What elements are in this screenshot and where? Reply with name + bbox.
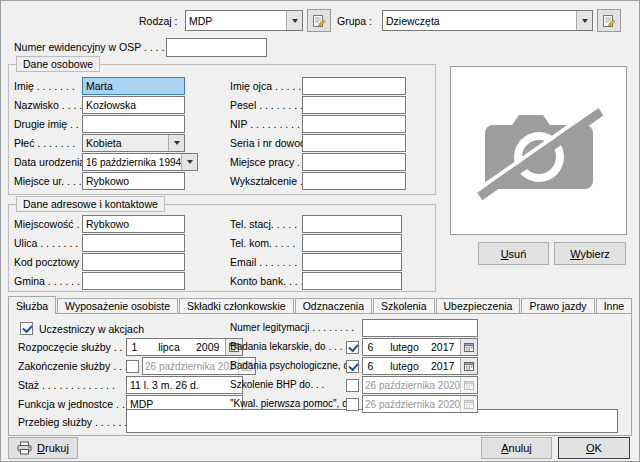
zakonczenie-label: Zakończenie służby . . . . . xyxy=(18,360,139,372)
date-day: 6 xyxy=(363,341,378,353)
zakonczenie-checkbox[interactable] xyxy=(126,360,139,373)
email-label: Email . . . . . . . xyxy=(230,256,297,268)
anuluj-button[interactable]: Anuluj xyxy=(481,437,552,459)
tel-stacj-label: Tel. stacj. . . . . xyxy=(230,218,297,230)
numer-ewidencyjny-input[interactable] xyxy=(166,38,267,57)
tab-skladki-czlonkowskie[interactable]: Składki członkowskie xyxy=(179,298,294,313)
gmina-input[interactable] xyxy=(82,272,185,290)
konto-bank-input[interactable] xyxy=(302,272,402,290)
drukuj-button[interactable]: Drukuj xyxy=(8,437,78,459)
photo-placeholder xyxy=(450,66,627,235)
tel-stacj-input[interactable] xyxy=(302,215,402,233)
tab-odznaczenia[interactable]: Odznaczenia xyxy=(295,298,372,313)
ok-button[interactable]: OK xyxy=(558,437,630,459)
nazwisko-input[interactable]: Kozłowska xyxy=(82,96,185,114)
rodzaj-label: Rodzaj : xyxy=(139,15,178,27)
wyksztalcenie-label: Wykształcenie . . xyxy=(230,175,309,187)
szkolenie-bhp-label: Szkolenie BHP do. . . xyxy=(230,379,324,391)
data-urodzenia-value: 16 października 1994 xyxy=(83,157,181,168)
kwal-pierwsza-pomoc-date-picker[interactable]: 26 października 2020 xyxy=(362,395,478,413)
szkolenie-bhp-date-picker[interactable]: 26 października 2020 xyxy=(362,376,478,394)
nip-input[interactable] xyxy=(302,115,406,133)
grupa-combobox[interactable]: Dziewczęta xyxy=(382,10,593,31)
calendar-button[interactable] xyxy=(460,396,477,412)
pesel-label: Pesel . . . . . . . . . xyxy=(230,99,309,111)
plec-label: Płeć . . . . . . . xyxy=(14,137,75,149)
przebieg-label: Przebieg służby . . . . . . xyxy=(18,416,127,428)
seria-dowodu-input[interactable] xyxy=(302,134,406,152)
rodzaj-edit-button[interactable] xyxy=(307,9,331,32)
date-day: 6 xyxy=(363,360,378,372)
imie-ojca-input[interactable] xyxy=(302,77,406,95)
badania-psychologiczne-date-picker[interactable]: 6 lutego 2017 xyxy=(362,357,478,375)
printer-icon xyxy=(17,441,32,455)
badania-lekarskie-label: Badania lekarskie, do . . . . xyxy=(230,341,348,353)
tab-ubezpieczenia[interactable]: Ubezpieczenia xyxy=(436,298,521,313)
ulica-input[interactable] xyxy=(82,234,185,252)
calendar-icon xyxy=(464,399,474,409)
calendar-icon xyxy=(464,342,474,352)
kwal-pierwsza-pomoc-checkbox[interactable] xyxy=(346,398,359,411)
date-month: lipca xyxy=(142,341,196,353)
chevron-down-icon xyxy=(168,135,184,151)
kod-pocztowy-input[interactable] xyxy=(82,253,185,271)
funkcja-label: Funkcja w jednostce . . . . xyxy=(18,398,136,410)
tab-wyposazenie-osobiste[interactable]: Wyposażenie osobiste xyxy=(57,298,178,313)
email-input[interactable] xyxy=(302,253,402,271)
wybierz-button[interactable]: Wybierz xyxy=(554,242,626,265)
staz-label: Staż . . . . . . . . . . . . . xyxy=(18,379,115,391)
tel-kom-input[interactable] xyxy=(302,234,402,252)
date-year: 2017 xyxy=(431,341,460,353)
miejsce-ur-label: Miejsce ur. . . . . xyxy=(14,175,88,187)
date-year: 2009 xyxy=(196,341,225,353)
member-edit-dialog: Rodzaj : MDP Grupa : Dziewczęta Numer ew… xyxy=(0,0,640,462)
tab-szkolenia[interactable]: Szkolenia xyxy=(373,298,435,313)
chevron-down-icon xyxy=(576,11,592,30)
ulica-label: Ulica . . . . . . . . xyxy=(14,237,84,249)
konto-bank-label: Konto bank. . . . xyxy=(230,275,304,287)
gmina-label: Gmina . . . . . . . xyxy=(14,275,86,287)
kwal-pierwsza-pomoc-label: "Kwal. pierwsza pomoc", do xyxy=(230,398,353,410)
szkolenie-bhp-checkbox[interactable] xyxy=(346,379,359,392)
dane-osobowe-title: Dane osobowe xyxy=(16,56,100,72)
miejsce-pracy-input[interactable] xyxy=(302,153,406,171)
calendar-icon xyxy=(464,361,474,371)
badania-lekarskie-date-picker[interactable]: 6 lutego 2017 xyxy=(362,338,478,356)
tab-inne[interactable]: Inne xyxy=(596,298,632,313)
calendar-button[interactable] xyxy=(460,358,477,374)
drugie-imie-input[interactable] xyxy=(82,115,185,133)
badania-psychologiczne-checkbox[interactable] xyxy=(346,360,359,373)
calendar-icon xyxy=(464,380,474,390)
badania-lekarskie-checkbox[interactable] xyxy=(346,341,359,354)
date-value: 26 października 2020 xyxy=(143,361,238,372)
numer-legitymacji-input[interactable] xyxy=(362,319,478,337)
badania-psychologiczne-label: Badania psychologiczne, do xyxy=(230,360,355,372)
tab-prawo-jazdy[interactable]: Prawo jazdy xyxy=(521,298,594,313)
uczestniczy-checkbox[interactable] xyxy=(20,322,33,335)
wyksztalcenie-input[interactable] xyxy=(302,172,406,190)
usun-button[interactable]: Usuń xyxy=(478,242,549,265)
miejsce-ur-input[interactable]: Rybkowo xyxy=(82,172,185,190)
data-urodzenia-picker[interactable]: 16 października 1994 xyxy=(82,153,198,171)
calendar-button[interactable] xyxy=(460,339,477,355)
rodzaj-combobox[interactable]: MDP xyxy=(185,10,303,31)
date-month: lutego xyxy=(378,341,431,353)
imie-input[interactable]: Marta xyxy=(82,77,185,95)
chevron-down-icon xyxy=(286,11,302,30)
dane-adresowe-title: Dane adresowe i kontaktowe xyxy=(16,196,165,212)
uczestniczy-label: Uczestniczy w akcjach xyxy=(39,323,144,335)
plec-combobox[interactable]: Kobieta xyxy=(82,134,185,152)
drugie-imie-label: Drugie imię . . . xyxy=(14,118,85,130)
calendar-button[interactable] xyxy=(460,377,477,393)
miejscowosc-input[interactable]: Rybkowo xyxy=(82,215,185,233)
pesel-input[interactable] xyxy=(302,96,406,114)
staz-input[interactable]: 11 l. 3 m. 26 d. xyxy=(126,376,243,394)
rozpoczecie-label: Rozpoczęcie służby . . . . . xyxy=(18,341,140,353)
grupa-label: Grupa : xyxy=(337,15,372,27)
rozpoczecie-date-picker[interactable]: 1 lipca 2009 xyxy=(126,338,243,356)
grupa-edit-button[interactable] xyxy=(597,9,621,32)
no-photo-camera-icon xyxy=(475,99,603,203)
date-value: 26 października 2020 xyxy=(363,380,460,391)
tab-sluzba[interactable]: Służba xyxy=(8,296,56,314)
rodzaj-value: MDP xyxy=(186,15,286,27)
